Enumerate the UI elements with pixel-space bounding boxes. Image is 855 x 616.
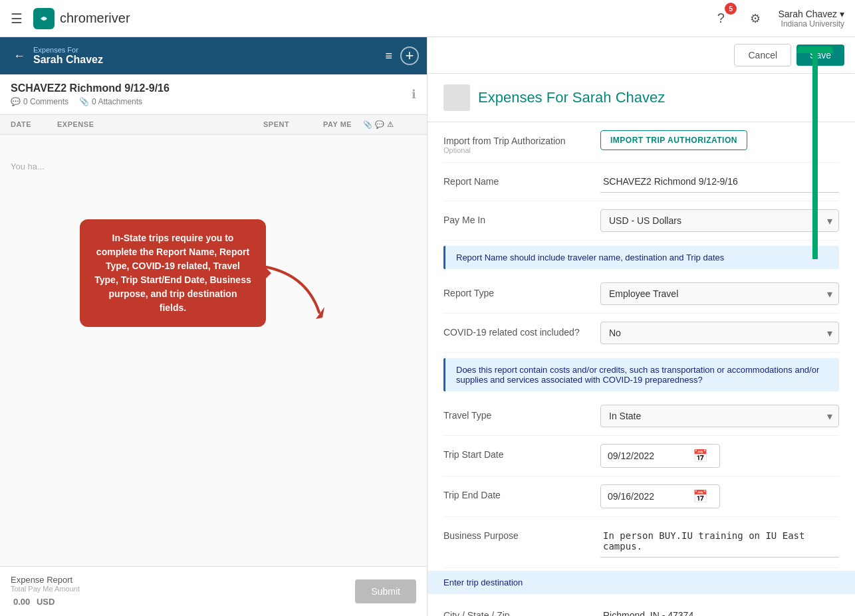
- pay-me-label: Pay Me In: [443, 209, 590, 225]
- city-state-zip-control: [600, 605, 839, 616]
- expense-list: You ha...: [0, 135, 427, 566]
- report-name-label: Report Name: [443, 171, 590, 187]
- org-label: Indiana University: [781, 19, 844, 29]
- trip-end-date-input[interactable]: [608, 491, 687, 502]
- col-date-header: DATE: [11, 120, 57, 129]
- app-logo: chromeriver: [33, 8, 130, 29]
- app-name: chromeriver: [60, 11, 130, 26]
- travel-type-select-wrap: In State ▾: [600, 405, 839, 427]
- trip-start-calendar-icon[interactable]: 📅: [693, 449, 707, 463]
- report-type-control: Employee Travel ▾: [600, 282, 839, 305]
- covid-row: COVID-19 related cost included? No ▾: [443, 314, 839, 353]
- attachments-meta: 📎 0 Attachments: [79, 97, 142, 106]
- import-label: Import from Trip Authorization Optional: [443, 130, 590, 154]
- right-form-content: Expenses For Sarah Chavez Import from Tr…: [428, 74, 855, 616]
- comments-count: 0 Comments: [23, 97, 68, 106]
- trip-end-row: Trip End Date 📅: [443, 476, 839, 517]
- city-state-zip-input[interactable]: [600, 605, 839, 616]
- col-spent-header: SPENT: [263, 120, 323, 129]
- business-purpose-control: [600, 525, 839, 560]
- trip-start-date-wrap: 📅: [600, 444, 720, 468]
- tooltip-bubble: In-State trips require you to complete t…: [80, 219, 266, 327]
- left-subheader: ← Expenses For Sarah Chavez ≡ +: [0, 37, 427, 74]
- travel-type-row: Travel Type In State ▾: [443, 397, 839, 436]
- report-type-label: Report Type: [443, 282, 590, 298]
- footer-total-label: Total Pay Me Amount: [11, 585, 80, 593]
- report-name-info-banner: Report Name should include traveler name…: [443, 246, 839, 269]
- submit-button[interactable]: Submit: [355, 579, 416, 603]
- logo-icon: [33, 8, 55, 29]
- import-trip-auth-button[interactable]: IMPORT TRIP AUTHORIZATION: [600, 130, 747, 150]
- form-header-icon: [443, 84, 470, 111]
- business-purpose-input[interactable]: [600, 525, 839, 558]
- city-state-zip-label: City / State / Zip: [443, 605, 590, 616]
- trip-start-row: Trip Start Date 📅: [443, 436, 839, 476]
- notifications-bell[interactable]: ? 5: [709, 7, 733, 31]
- report-title: SCHAVEZ2 Richmond 9/12-9/16: [11, 82, 170, 94]
- covid-select[interactable]: No: [600, 322, 839, 344]
- username-label: Sarah Chavez ▾: [778, 9, 844, 19]
- col-expense-header: EXPENSE: [57, 120, 263, 129]
- report-type-select[interactable]: Employee Travel: [600, 282, 839, 305]
- report-type-select-wrap: Employee Travel ▾: [600, 282, 839, 305]
- left-footer: Expense Report Total Pay Me Amount 0.00 …: [0, 566, 427, 616]
- col-payme-header: PAY ME: [323, 120, 363, 129]
- report-type-row: Report Type Employee Travel ▾: [443, 274, 839, 314]
- trip-destination-banner: Enter trip destination: [428, 571, 855, 594]
- trip-end-calendar-icon[interactable]: 📅: [693, 489, 707, 504]
- add-expense-icon[interactable]: +: [400, 47, 419, 65]
- right-top-bar: Cancel Save: [428, 37, 855, 74]
- business-purpose-row: Business Purpose: [443, 517, 839, 568]
- form-section-3: Travel Type In State ▾ Trip St: [428, 397, 855, 568]
- trip-start-label: Trip Start Date: [443, 444, 590, 460]
- hamburger-menu[interactable]: ☰: [11, 11, 23, 27]
- covid-control: No ▾: [600, 322, 839, 344]
- report-name-row: Report Name: [443, 163, 839, 201]
- right-panel: Cancel Save Expenses For Sarah Chavez Im…: [428, 37, 855, 616]
- covid-label: COVID-19 related cost included?: [443, 322, 590, 338]
- trip-start-control: 📅: [600, 444, 839, 468]
- comments-meta: 💬 0 Comments: [11, 97, 68, 106]
- notification-badge: 5: [725, 3, 737, 15]
- report-meta: 💬 0 Comments 📎 0 Attachments: [11, 97, 170, 106]
- business-purpose-label: Business Purpose: [443, 525, 590, 541]
- table-header: DATE EXPENSE SPENT PAY ME 📎 💬 ⚠: [0, 115, 427, 135]
- travel-type-select[interactable]: In State: [600, 405, 839, 427]
- attachments-count: 0 Attachments: [92, 97, 142, 106]
- form-section-4: City / State / Zip Does trip include per…: [428, 597, 855, 616]
- footer-report-label: Expense Report: [11, 575, 80, 585]
- back-button[interactable]: ←: [11, 47, 28, 66]
- cancel-button[interactable]: Cancel: [734, 44, 791, 66]
- top-navigation: ☰ chromeriver ? 5 ⚙ Sarah Chavez ▾ India…: [0, 0, 855, 37]
- tooltip-arrow: [253, 259, 332, 339]
- trip-end-date-wrap: 📅: [600, 484, 720, 508]
- city-state-zip-row: City / State / Zip: [443, 597, 839, 616]
- trip-end-label: Trip End Date: [443, 484, 590, 500]
- trip-start-date-input[interactable]: [608, 451, 687, 461]
- form-header-title: Expenses For Sarah Chavez: [478, 89, 665, 106]
- travel-type-label: Travel Type: [443, 405, 590, 421]
- form-section: Import from Trip Authorization Optional …: [428, 122, 855, 241]
- tooltip-overlay: In-State trips require you to complete t…: [80, 219, 266, 327]
- filter-icon[interactable]: ≡: [382, 47, 395, 66]
- covid-select-wrap: No ▾: [600, 322, 839, 344]
- settings-icon[interactable]: ⚙: [743, 7, 767, 31]
- comments-icon: 💬: [11, 97, 21, 106]
- subheader-actions: ≡ +: [382, 47, 419, 66]
- report-header: SCHAVEZ2 Richmond 9/12-9/16 💬 0 Comments…: [0, 74, 427, 115]
- report-info-icon[interactable]: ℹ: [412, 87, 416, 102]
- footer-total-amount: 0.00 USD: [11, 593, 80, 608]
- pay-me-row: Pay Me In USD - US Dollars ▾: [443, 201, 839, 241]
- form-header: Expenses For Sarah Chavez: [428, 74, 855, 122]
- attachment-icon: 📎: [79, 97, 89, 106]
- form-section-2: Report Type Employee Travel ▾: [428, 274, 855, 353]
- left-title-wrap: Expenses For Sarah Chavez: [33, 46, 377, 66]
- green-arrow: [795, 47, 835, 261]
- covid-info-banner: Does this report contain costs and/or cr…: [443, 358, 839, 391]
- import-row: Import from Trip Authorization Optional …: [443, 122, 839, 163]
- user-menu[interactable]: Sarah Chavez ▾ Indiana University: [778, 9, 844, 29]
- travel-type-control: In State ▾: [600, 405, 839, 427]
- expenses-for-name: Sarah Chavez: [33, 54, 377, 66]
- expenses-for-label: Expenses For: [33, 46, 377, 54]
- trip-end-control: 📅: [600, 484, 839, 508]
